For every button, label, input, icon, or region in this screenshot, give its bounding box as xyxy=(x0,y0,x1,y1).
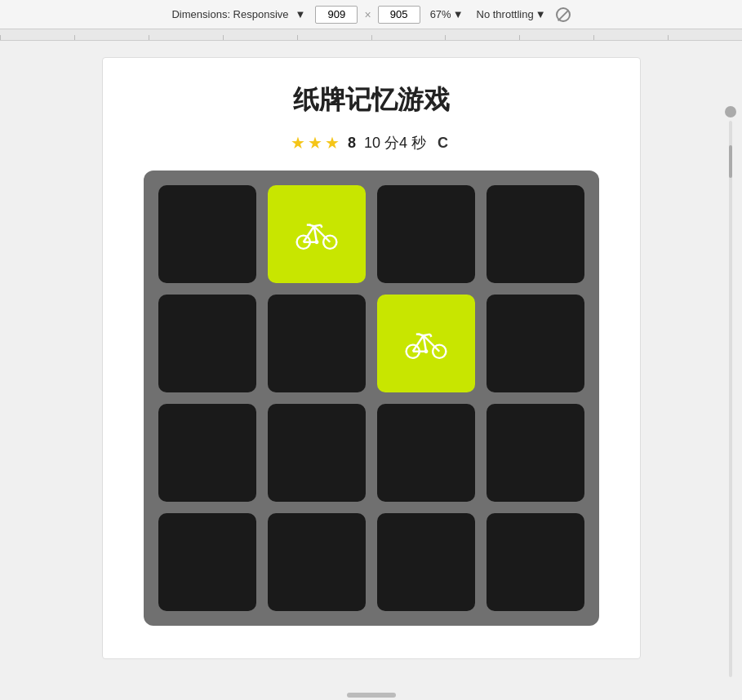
svg-line-7 xyxy=(320,225,322,228)
card-15[interactable] xyxy=(487,513,584,611)
throttling-arrow: ▼ xyxy=(535,8,546,20)
card-14[interactable] xyxy=(377,513,475,611)
game-title: 纸牌记忆游戏 xyxy=(293,82,450,118)
zoom-arrow: ▼ xyxy=(453,8,464,20)
dimensions-dropdown[interactable]: ▼ xyxy=(292,7,309,22)
game-container: 纸牌记忆游戏 ★ ★ ★ 8 10 分4 秒 C xyxy=(102,57,641,659)
ruler-tick xyxy=(149,35,223,40)
ruler-tick xyxy=(74,35,149,40)
ruler-tick xyxy=(593,35,668,40)
card-1[interactable] xyxy=(268,185,366,283)
card-4[interactable] xyxy=(158,295,256,392)
bottom-scrollbar[interactable] xyxy=(0,690,742,700)
bike-icon xyxy=(295,218,338,250)
ruler-tick xyxy=(519,35,593,40)
star-2: ★ xyxy=(308,133,322,153)
throttling-label: No throttling xyxy=(477,8,534,20)
dimension-separator: × xyxy=(364,8,371,21)
bike-icon xyxy=(405,327,447,360)
toolbar: Dimensions: Responsive ▼ × 67% ▼ No thro… xyxy=(0,0,742,29)
reset-button[interactable]: C xyxy=(434,135,451,152)
ruler xyxy=(0,29,742,41)
timer-value: 10 分4 秒 xyxy=(364,133,426,153)
card-0[interactable] xyxy=(158,185,256,283)
svg-point-10 xyxy=(314,240,318,244)
card-3[interactable] xyxy=(487,185,584,283)
scrollbar-up-button[interactable] xyxy=(725,106,736,117)
card-2[interactable] xyxy=(377,185,475,283)
ruler-tick xyxy=(445,35,519,40)
scrollbar-thumb[interactable] xyxy=(729,145,732,178)
scrollbar-track[interactable] xyxy=(729,121,732,677)
zoom-control[interactable]: 67% ▼ xyxy=(427,7,467,22)
dimensions-control: Dimensions: Responsive ▼ xyxy=(171,7,309,22)
star-3: ★ xyxy=(325,133,340,153)
scrollbar[interactable] xyxy=(726,106,735,677)
svg-line-17 xyxy=(423,334,429,336)
throttling-control[interactable]: No throttling ▼ xyxy=(473,7,549,22)
bottom-scroll-thumb[interactable] xyxy=(347,693,396,698)
height-input[interactable] xyxy=(378,6,420,24)
card-11[interactable] xyxy=(487,404,584,502)
ruler-tick xyxy=(0,35,74,40)
score-value: 8 xyxy=(348,135,356,152)
card-7[interactable] xyxy=(487,295,584,392)
game-board xyxy=(144,171,599,626)
svg-point-21 xyxy=(424,349,428,353)
card-13[interactable] xyxy=(268,513,366,611)
dimensions-label: Dimensions: Responsive xyxy=(171,8,288,20)
zoom-label: 67% xyxy=(430,8,451,20)
card-8[interactable] xyxy=(158,404,256,502)
card-10[interactable] xyxy=(377,404,475,502)
card-6[interactable] xyxy=(377,295,475,392)
star-rating: ★ ★ ★ xyxy=(291,133,340,153)
card-5[interactable] xyxy=(268,295,366,392)
svg-line-18 xyxy=(429,334,431,337)
ruler-tick xyxy=(297,35,371,40)
width-input[interactable] xyxy=(315,6,358,24)
game-stats: ★ ★ ★ 8 10 分4 秒 C xyxy=(291,133,451,153)
star-1: ★ xyxy=(291,133,305,153)
dimensions-arrow: ▼ xyxy=(295,8,306,20)
card-9[interactable] xyxy=(268,404,366,502)
ruler-tick xyxy=(668,35,742,40)
ban-icon xyxy=(556,7,571,22)
ruler-tick xyxy=(223,35,297,40)
ruler-tick xyxy=(371,35,446,40)
svg-line-6 xyxy=(313,225,320,227)
card-12[interactable] xyxy=(158,513,256,611)
main-area: 纸牌记忆游戏 ★ ★ ★ 8 10 分4 秒 C xyxy=(0,41,742,676)
